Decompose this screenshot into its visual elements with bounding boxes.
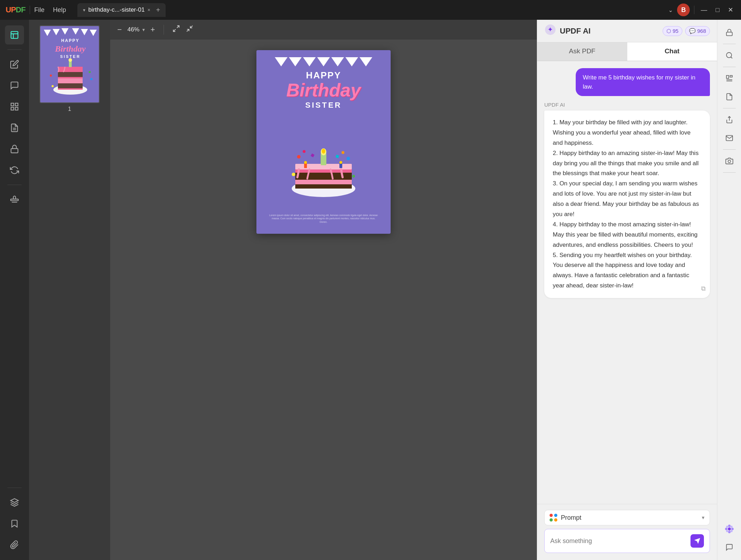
sidebar-item-form[interactable] <box>5 118 24 137</box>
ai-response-label: UPDF AI <box>544 102 710 108</box>
right-sep-2 <box>723 67 736 67</box>
sidebar-item-layers[interactable] <box>5 493 24 512</box>
svg-point-28 <box>69 58 72 62</box>
fit-width-button[interactable] <box>186 25 194 35</box>
svg-marker-11 <box>11 499 18 502</box>
svg-rect-26 <box>58 83 83 88</box>
right-sep-5 <box>723 172 736 173</box>
email-icon[interactable] <box>721 130 738 147</box>
svg-point-57 <box>339 161 342 164</box>
svg-rect-4 <box>15 103 18 106</box>
sidebar-item-stamp[interactable] <box>5 190 24 209</box>
svg-rect-24 <box>58 72 83 77</box>
file-menu[interactable]: File <box>34 6 45 14</box>
ocr-icon[interactable] <box>721 70 738 87</box>
zoom-in-button[interactable]: + <box>150 25 155 34</box>
msg-count: 968 <box>697 28 706 34</box>
app-logo: UPDF <box>6 5 25 14</box>
app-body: HAPPY Birthday SISTER <box>0 20 741 560</box>
sidebar-item-convert[interactable] <box>5 161 24 180</box>
toolbar-sep <box>164 25 164 35</box>
minimize-button[interactable]: — <box>699 6 709 14</box>
right-sep-1 <box>723 44 736 44</box>
svg-text:HAPPY: HAPPY <box>61 38 79 43</box>
zoom-out-button[interactable]: − <box>117 25 122 34</box>
svg-line-35 <box>190 26 192 28</box>
convert-icon[interactable] <box>721 88 738 105</box>
svg-rect-63 <box>726 76 728 78</box>
tab-birthday[interactable]: ▾ birthday-c...-sister-01 × + <box>77 3 166 17</box>
svg-point-49 <box>352 175 355 178</box>
user-message: Write me 5 birthday wishes for my sister… <box>576 68 710 96</box>
ai-input-area: Prompt ▾ <box>537 504 717 560</box>
ai-panel: ✦ UPDF AI ⬡ 95 💬 968 Ask PDF Chat <box>537 20 717 560</box>
sidebar-item-organize[interactable] <box>5 97 24 116</box>
birthday-card: HAPPY Birthday SISTER <box>256 50 391 234</box>
thumbnail-page-1[interactable]: HAPPY Birthday SISTER <box>40 25 100 112</box>
svg-rect-56 <box>339 163 342 168</box>
msg-icon: 💬 <box>689 28 696 34</box>
tab-close-icon[interactable]: × <box>148 7 150 13</box>
bunting <box>274 57 373 66</box>
sidebar-item-attach[interactable] <box>5 535 24 554</box>
windows-dropdown-icon[interactable]: ⌄ <box>668 7 673 13</box>
svg-rect-60 <box>726 32 732 36</box>
svg-rect-9 <box>11 149 18 153</box>
svg-line-36 <box>187 29 189 31</box>
prompt-selector[interactable]: Prompt ▾ <box>544 510 710 525</box>
svg-point-61 <box>726 53 731 58</box>
sidebar-item-bookmark[interactable] <box>5 514 24 533</box>
bunting-flag <box>360 57 372 66</box>
user-avatar[interactable]: B <box>677 4 690 16</box>
tab-ask-pdf[interactable]: Ask PDF <box>537 42 627 61</box>
pdf-toolbar: − 46% ▾ + <box>110 20 537 40</box>
zoom-display: 46% ▾ <box>128 26 145 33</box>
sidebar-item-comment[interactable] <box>5 76 24 95</box>
prompt-dropdown-icon: ▾ <box>702 514 705 521</box>
svg-point-47 <box>346 157 350 160</box>
help-menu[interactable]: Help <box>53 6 66 14</box>
sidebar-item-protect[interactable] <box>5 139 24 159</box>
fit-page-button[interactable] <box>172 25 180 35</box>
tab-add-icon[interactable]: + <box>156 6 160 14</box>
close-window-button[interactable]: ✕ <box>726 6 735 14</box>
svg-rect-52 <box>311 153 315 157</box>
search-icon[interactable] <box>721 47 738 64</box>
svg-text:Birthday: Birthday <box>55 44 86 53</box>
svg-rect-5 <box>11 107 14 110</box>
svg-point-31 <box>52 85 54 87</box>
chat-history-icon[interactable] <box>721 539 738 556</box>
dot-red <box>550 514 553 517</box>
sidebar-item-reader[interactable] <box>5 25 24 44</box>
ask-input[interactable] <box>550 537 686 545</box>
cake-area <box>285 110 362 211</box>
share-icon[interactable] <box>721 111 738 128</box>
titlebar: UPDF File Help ▾ birthday-c...-sister-01… <box>0 0 741 20</box>
card-happy-text: HAPPY <box>306 70 341 81</box>
svg-text:SISTER: SISTER <box>60 54 81 59</box>
ai-response: 1. May your birthday be filled with joy … <box>544 111 710 298</box>
right-sep-3 <box>723 108 736 108</box>
send-button[interactable] <box>690 534 704 548</box>
svg-point-70 <box>728 525 730 527</box>
svg-point-55 <box>304 161 307 164</box>
bunting-flag <box>289 57 302 66</box>
svg-rect-10 <box>11 199 18 201</box>
maximize-button[interactable]: □ <box>713 6 722 14</box>
svg-point-72 <box>725 528 727 530</box>
svg-rect-25 <box>58 78 83 83</box>
zoom-dropdown-icon[interactable]: ▾ <box>142 27 145 32</box>
copy-button[interactable]: ⧉ <box>701 283 706 294</box>
sidebar-item-edit[interactable] <box>5 55 24 74</box>
svg-rect-64 <box>730 76 732 77</box>
ai-flower-icon[interactable] <box>721 520 738 537</box>
svg-line-62 <box>731 57 732 58</box>
tab-chat[interactable]: Chat <box>627 42 717 61</box>
svg-rect-53 <box>336 155 339 158</box>
svg-point-68 <box>728 160 730 162</box>
lock-icon[interactable] <box>721 24 738 41</box>
camera-icon[interactable] <box>721 153 738 169</box>
card-sister-text: SISTER <box>305 101 342 110</box>
cake-svg <box>285 121 362 199</box>
ai-logo-icon: ✦ <box>544 24 556 38</box>
